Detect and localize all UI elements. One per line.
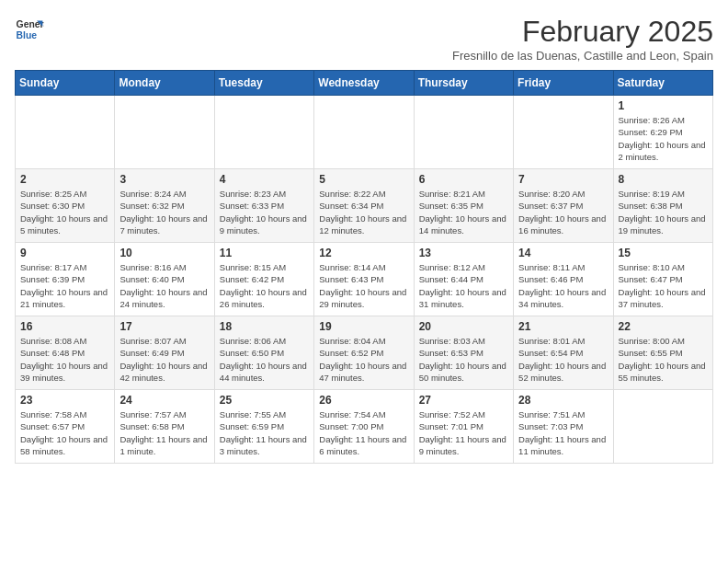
- calendar-cell: 9Sunrise: 8:17 AM Sunset: 6:39 PM Daylig…: [16, 243, 115, 316]
- day-number: 24: [119, 394, 209, 407]
- day-info: Sunrise: 8:12 AM Sunset: 6:44 PM Dayligh…: [419, 261, 508, 310]
- day-number: 5: [319, 173, 408, 186]
- day-number: 14: [518, 247, 608, 259]
- day-info: Sunrise: 8:04 AM Sunset: 6:52 PM Dayligh…: [319, 335, 408, 384]
- calendar-cell: 20Sunrise: 8:03 AM Sunset: 6:53 PM Dayli…: [414, 316, 513, 390]
- day-number: 20: [419, 320, 508, 333]
- calendar-week-row: 23Sunrise: 7:58 AM Sunset: 6:57 PM Dayli…: [16, 390, 713, 464]
- day-number: 26: [319, 394, 408, 407]
- day-info: Sunrise: 8:23 AM Sunset: 6:33 PM Dayligh…: [220, 188, 309, 236]
- weekday-header: Wednesday: [314, 71, 414, 96]
- day-info: Sunrise: 7:58 AM Sunset: 6:57 PM Dayligh…: [20, 408, 109, 457]
- day-number: 27: [419, 394, 508, 407]
- calendar-cell: 15Sunrise: 8:10 AM Sunset: 6:47 PM Dayli…: [613, 243, 712, 316]
- day-info: Sunrise: 8:16 AM Sunset: 6:40 PM Dayligh…: [119, 261, 209, 310]
- day-info: Sunrise: 7:55 AM Sunset: 6:59 PM Dayligh…: [220, 408, 309, 457]
- day-info: Sunrise: 8:22 AM Sunset: 6:34 PM Dayligh…: [319, 188, 408, 236]
- day-info: Sunrise: 8:25 AM Sunset: 6:30 PM Dayligh…: [20, 188, 109, 236]
- day-number: 21: [518, 320, 608, 333]
- day-info: Sunrise: 7:52 AM Sunset: 7:01 PM Dayligh…: [419, 408, 508, 457]
- day-number: 16: [20, 320, 109, 333]
- calendar-cell: 4Sunrise: 8:23 AM Sunset: 6:33 PM Daylig…: [214, 169, 313, 243]
- calendar-cell: 14Sunrise: 8:11 AM Sunset: 6:46 PM Dayli…: [514, 243, 613, 316]
- day-info: Sunrise: 8:14 AM Sunset: 6:43 PM Dayligh…: [319, 261, 408, 310]
- calendar-cell: 17Sunrise: 8:07 AM Sunset: 6:49 PM Dayli…: [115, 316, 214, 390]
- day-info: Sunrise: 8:24 AM Sunset: 6:32 PM Dayligh…: [119, 188, 209, 236]
- day-number: 10: [119, 247, 209, 259]
- day-number: 11: [220, 247, 309, 259]
- day-info: Sunrise: 8:17 AM Sunset: 6:39 PM Dayligh…: [20, 261, 109, 310]
- calendar-cell: 23Sunrise: 7:58 AM Sunset: 6:57 PM Dayli…: [16, 390, 115, 464]
- calendar-cell: [115, 96, 214, 169]
- day-info: Sunrise: 8:19 AM Sunset: 6:38 PM Dayligh…: [619, 188, 708, 236]
- header: General Blue February 2025 Fresnillo de …: [15, 15, 713, 63]
- calendar-cell: 22Sunrise: 8:00 AM Sunset: 6:55 PM Dayli…: [613, 316, 712, 390]
- day-info: Sunrise: 8:26 AM Sunset: 6:29 PM Dayligh…: [619, 114, 708, 163]
- weekday-header: Thursday: [414, 71, 513, 96]
- day-number: 3: [119, 173, 209, 186]
- day-info: Sunrise: 8:11 AM Sunset: 6:46 PM Dayligh…: [518, 261, 608, 310]
- calendar-cell: 3Sunrise: 8:24 AM Sunset: 6:32 PM Daylig…: [115, 169, 214, 243]
- calendar-cell: 18Sunrise: 8:06 AM Sunset: 6:50 PM Dayli…: [214, 316, 313, 390]
- day-info: Sunrise: 8:08 AM Sunset: 6:48 PM Dayligh…: [20, 335, 109, 384]
- day-info: Sunrise: 8:03 AM Sunset: 6:53 PM Dayligh…: [419, 335, 508, 384]
- day-info: Sunrise: 8:15 AM Sunset: 6:42 PM Dayligh…: [220, 261, 309, 310]
- calendar-cell: 28Sunrise: 7:51 AM Sunset: 7:03 PM Dayli…: [514, 390, 613, 464]
- calendar-week-row: 1Sunrise: 8:26 AM Sunset: 6:29 PM Daylig…: [16, 96, 713, 169]
- calendar-cell: 1Sunrise: 8:26 AM Sunset: 6:29 PM Daylig…: [613, 96, 712, 169]
- logo: General Blue: [15, 15, 44, 44]
- day-number: 12: [319, 247, 408, 259]
- svg-text:Blue: Blue: [17, 30, 38, 40]
- calendar-cell: 24Sunrise: 7:57 AM Sunset: 6:58 PM Dayli…: [115, 390, 214, 464]
- day-number: 7: [518, 173, 608, 186]
- calendar-cell: [514, 96, 613, 169]
- calendar-cell: 21Sunrise: 8:01 AM Sunset: 6:54 PM Dayli…: [514, 316, 613, 390]
- weekday-header: Saturday: [613, 71, 712, 96]
- calendar-cell: 12Sunrise: 8:14 AM Sunset: 6:43 PM Dayli…: [314, 243, 414, 316]
- weekday-header: Sunday: [16, 71, 115, 96]
- day-number: 18: [220, 320, 309, 333]
- calendar-week-row: 9Sunrise: 8:17 AM Sunset: 6:39 PM Daylig…: [16, 243, 713, 316]
- calendar-cell: 8Sunrise: 8:19 AM Sunset: 6:38 PM Daylig…: [613, 169, 712, 243]
- day-number: 28: [518, 394, 608, 407]
- calendar-cell: 2Sunrise: 8:25 AM Sunset: 6:30 PM Daylig…: [16, 169, 115, 243]
- weekday-header: Tuesday: [214, 71, 313, 96]
- day-info: Sunrise: 8:21 AM Sunset: 6:35 PM Dayligh…: [419, 188, 508, 236]
- day-number: 2: [20, 173, 109, 186]
- logo-icon: General Blue: [15, 15, 44, 44]
- calendar-cell: [314, 96, 414, 169]
- day-number: 9: [20, 247, 109, 259]
- weekday-header: Friday: [514, 71, 613, 96]
- calendar-cell: 13Sunrise: 8:12 AM Sunset: 6:44 PM Dayli…: [414, 243, 513, 316]
- calendar: SundayMondayTuesdayWednesdayThursdayFrid…: [15, 70, 713, 464]
- calendar-cell: 16Sunrise: 8:08 AM Sunset: 6:48 PM Dayli…: [16, 316, 115, 390]
- calendar-cell: 10Sunrise: 8:16 AM Sunset: 6:40 PM Dayli…: [115, 243, 214, 316]
- day-number: 19: [319, 320, 408, 333]
- calendar-cell: 7Sunrise: 8:20 AM Sunset: 6:37 PM Daylig…: [514, 169, 613, 243]
- weekday-header: Monday: [115, 71, 214, 96]
- calendar-week-row: 16Sunrise: 8:08 AM Sunset: 6:48 PM Dayli…: [16, 316, 713, 390]
- day-info: Sunrise: 8:01 AM Sunset: 6:54 PM Dayligh…: [518, 335, 608, 384]
- day-number: 23: [20, 394, 109, 407]
- day-info: Sunrise: 7:57 AM Sunset: 6:58 PM Dayligh…: [119, 408, 209, 457]
- month-title: February 2025: [452, 15, 713, 49]
- day-number: 4: [220, 173, 309, 186]
- day-info: Sunrise: 8:00 AM Sunset: 6:55 PM Dayligh…: [619, 335, 708, 384]
- day-info: Sunrise: 8:10 AM Sunset: 6:47 PM Dayligh…: [619, 261, 708, 310]
- calendar-cell: [414, 96, 513, 169]
- weekday-header-row: SundayMondayTuesdayWednesdayThursdayFrid…: [16, 71, 713, 96]
- day-info: Sunrise: 7:51 AM Sunset: 7:03 PM Dayligh…: [518, 408, 608, 457]
- title-area: February 2025 Fresnillo de las Duenas, C…: [452, 15, 713, 63]
- subtitle: Fresnillo de las Duenas, Castille and Le…: [452, 49, 713, 63]
- day-number: 13: [419, 247, 508, 259]
- calendar-cell: 11Sunrise: 8:15 AM Sunset: 6:42 PM Dayli…: [214, 243, 313, 316]
- day-info: Sunrise: 7:54 AM Sunset: 7:00 PM Dayligh…: [319, 408, 408, 457]
- calendar-cell: 5Sunrise: 8:22 AM Sunset: 6:34 PM Daylig…: [314, 169, 414, 243]
- day-info: Sunrise: 8:06 AM Sunset: 6:50 PM Dayligh…: [220, 335, 309, 384]
- calendar-cell: 6Sunrise: 8:21 AM Sunset: 6:35 PM Daylig…: [414, 169, 513, 243]
- day-number: 15: [619, 247, 708, 259]
- calendar-cell: [16, 96, 115, 169]
- day-number: 6: [419, 173, 508, 186]
- day-number: 22: [619, 320, 708, 333]
- day-number: 1: [619, 99, 708, 112]
